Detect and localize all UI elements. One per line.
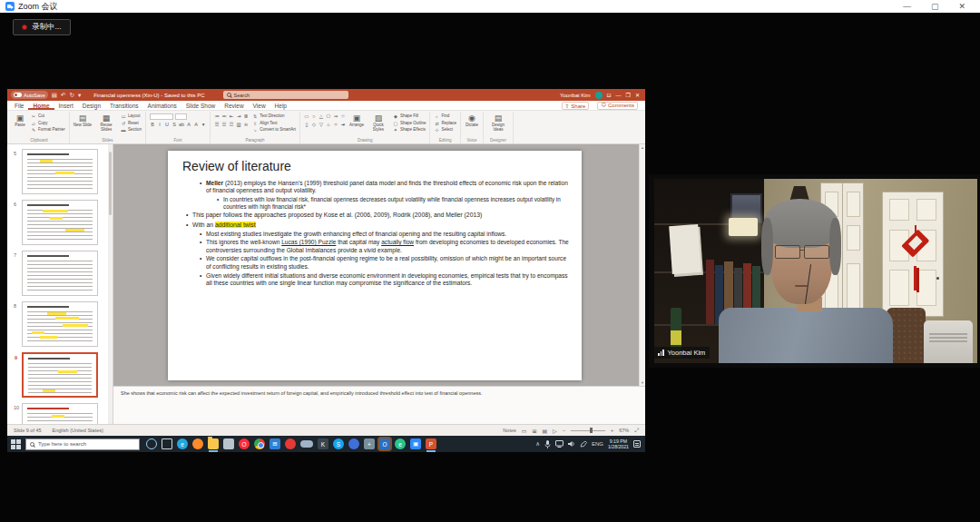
sticky-notes-icon[interactable] [223, 438, 234, 449]
recording-indicator-button[interactable]: 录制中... [13, 19, 71, 35]
microphone-icon[interactable] [544, 440, 551, 448]
quick-styles-button[interactable]: ▨Quick Styles [368, 113, 389, 133]
onedrive-icon[interactable] [300, 440, 313, 448]
select-button[interactable]: ⊹Select [434, 127, 456, 133]
signed-in-user[interactable]: Yoonbai Kim [560, 93, 590, 98]
tab-help[interactable]: Help [270, 101, 291, 110]
new-slide-button[interactable]: ▤New Slide [74, 113, 92, 128]
ppt-close-icon[interactable]: ✕ [635, 92, 640, 98]
pin-app-icon[interactable]: + [364, 438, 375, 449]
customize-qat-icon[interactable]: ▾ [78, 92, 81, 99]
firefox-icon[interactable] [192, 438, 203, 449]
chrome-icon[interactable] [254, 438, 265, 449]
slideshow-icon[interactable]: ▷ [553, 428, 557, 434]
notes-pane[interactable]: She shows that economic risk can affect … [113, 386, 645, 424]
taskbar-clock[interactable]: 9:19 PM 1/28/2021 [608, 438, 629, 449]
fit-slide-icon[interactable]: ⤢ [634, 428, 639, 434]
zoom-out-icon[interactable]: − [563, 428, 565, 433]
layout-button[interactable]: ▭Layout [121, 113, 142, 120]
tab-transitions[interactable]: Transitions [105, 101, 143, 110]
undo-icon[interactable]: ↶ [61, 92, 65, 99]
shape-fill-button[interactable]: ◆Shape Fill [393, 113, 426, 120]
comments-button[interactable]: 🗨 Comments [597, 102, 638, 110]
scroll-up-icon[interactable]: ▲ [640, 145, 645, 150]
tab-review[interactable]: Review [220, 101, 248, 110]
tab-design[interactable]: Design [78, 101, 105, 110]
minimize-icon[interactable]: — [903, 2, 911, 11]
copy-button[interactable]: ▱Copy [31, 121, 65, 127]
microsoft-store-icon[interactable]: ⊞ [270, 438, 280, 449]
zoom-slider[interactable] [571, 430, 605, 431]
slide-thumbnail-6[interactable]: 6 [22, 200, 98, 245]
dark-app-icon[interactable]: K [318, 438, 328, 449]
paste-button[interactable]: ▣Paste [13, 113, 27, 128]
slide-thumbnail-10[interactable]: 10 [22, 403, 98, 424]
close-icon[interactable]: ✕ [958, 2, 965, 11]
outlook-icon[interactable]: O [379, 438, 390, 449]
notes-button[interactable]: Notes [503, 428, 515, 433]
cut-button[interactable]: ✂Cut [31, 113, 65, 120]
volume-icon[interactable] [568, 440, 575, 448]
scroll-down-icon[interactable]: ▼ [640, 380, 645, 385]
action-center-icon[interactable] [633, 440, 641, 448]
format-painter-button[interactable]: ✎Format Painter [31, 127, 65, 133]
align-text-button[interactable]: ⇳Align Text [252, 121, 296, 127]
ppt-minimize-icon[interactable]: — [616, 93, 622, 98]
skype-icon[interactable]: S [333, 438, 344, 449]
tab-file[interactable]: File [10, 101, 28, 110]
reset-button[interactable]: ↺Reset [121, 121, 142, 127]
edge-dev-icon[interactable]: e [395, 438, 406, 449]
avatar[interactable] [595, 92, 603, 99]
shape-effects-button[interactable]: ✦Shape Effects [393, 127, 426, 133]
section-button[interactable]: ▬Section [121, 127, 142, 133]
network-icon[interactable] [555, 440, 564, 448]
slide-thumbnail-5[interactable]: 5 [22, 149, 98, 194]
normal-view-icon[interactable]: ▭ [522, 428, 527, 434]
save-icon[interactable]: ▤ [52, 92, 57, 99]
slide-thumbnail-9[interactable]: 9 [22, 352, 98, 398]
blue-circle-app-icon[interactable] [348, 438, 359, 449]
participant-video-tile[interactable]: Yoonbai Kim [649, 174, 980, 368]
edge-icon[interactable]: e [177, 438, 188, 449]
task-view-icon[interactable] [162, 438, 172, 449]
reuse-slides-button[interactable]: ▦Reuse Slides [95, 113, 117, 133]
share-button[interactable]: ⇧ Share [562, 102, 590, 110]
zoom-percent[interactable]: 67% [619, 428, 629, 433]
tab-home[interactable]: Home [28, 101, 54, 110]
slide-sorter-icon[interactable]: ⊞ [532, 428, 536, 434]
ppt-search-box[interactable]: Search [223, 91, 348, 99]
red-circle-app-icon[interactable] [285, 438, 296, 449]
pen-icon[interactable] [580, 440, 587, 448]
reading-view-icon[interactable]: ▤ [542, 428, 547, 434]
hidden-icons-chevron[interactable]: ∧ [535, 440, 540, 448]
zoom-icon[interactable]: ▣ [410, 438, 421, 449]
text-direction-button[interactable]: ⇅Text Direction [252, 113, 296, 120]
file-explorer-icon[interactable] [208, 438, 219, 449]
replace-button[interactable]: ⇄Replace [434, 121, 456, 127]
ribbon-display-options-icon[interactable]: ⊡ [607, 92, 612, 98]
convert-to-smartart-button[interactable]: ⤷Convert to SmartArt [252, 127, 296, 133]
shape-outline-button[interactable]: ▢Shape Outline [393, 121, 426, 127]
autosave-toggle[interactable]: AutoSave [11, 91, 48, 99]
slide-thumbnail-8[interactable]: 8 [22, 301, 98, 347]
dictate-button[interactable]: ◉Dictate [465, 113, 479, 128]
language-indicator[interactable]: ENG [592, 441, 603, 447]
design-ideas-button[interactable]: ▤Design Ideas [487, 113, 509, 133]
start-button[interactable] [10, 438, 22, 450]
redo-icon[interactable]: ↻ [69, 92, 74, 99]
canvas-scrollbar[interactable]: ▲ ▼ [639, 144, 645, 386]
tab-animations[interactable]: Animations [143, 101, 181, 110]
thumbnail-scrollbar[interactable] [108, 144, 113, 424]
cortana-icon[interactable] [146, 438, 157, 449]
ppt-restore-icon[interactable]: ❐ [626, 92, 631, 98]
slide-thumbnail-7[interactable]: 7 [22, 251, 98, 296]
language-indicator[interactable]: English (United States) [53, 428, 103, 433]
arrange-button[interactable]: ▣Arrange [349, 113, 364, 128]
tab-view[interactable]: View [249, 101, 270, 110]
taskbar-search-box[interactable]: Type here to search [25, 438, 140, 450]
find-button[interactable]: ⌕Find [434, 113, 456, 120]
tab-insert[interactable]: Insert [54, 101, 78, 110]
tab-slide-show[interactable]: Slide Show [181, 101, 220, 110]
maximize-icon[interactable]: ▢ [931, 2, 939, 11]
zoom-in-icon[interactable]: + [611, 428, 613, 433]
